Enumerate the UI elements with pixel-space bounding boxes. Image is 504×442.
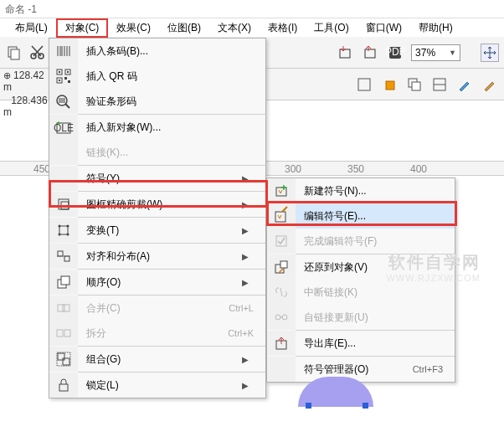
menu-item-15[interactable]: 顺序(O)▶	[49, 270, 265, 295]
qr-icon	[49, 64, 78, 89]
align-icon	[49, 244, 78, 269]
svg-rect-56	[57, 352, 70, 366]
svg-rect-28	[64, 77, 67, 80]
svg-rect-25	[59, 71, 60, 73]
menu-item-18: 拆分Ctrl+K	[49, 321, 265, 346]
menu-item-0[interactable]: 插入条码(B)...	[49, 39, 265, 64]
menu-tools[interactable]: 工具(O)	[306, 19, 357, 37]
pan-icon[interactable]	[481, 44, 499, 62]
symbol-item-label: 自链接更新(U)	[296, 311, 443, 325]
shape4-icon[interactable]	[430, 75, 449, 94]
svg-line-31	[65, 104, 69, 108]
svg-rect-46	[64, 256, 69, 261]
menu-object[interactable]: 对象(C)	[56, 18, 109, 38]
order-icon	[49, 270, 78, 295]
eyedrop2-icon[interactable]	[481, 75, 499, 94]
svg-rect-11	[386, 81, 394, 90]
merge-icon	[49, 296, 78, 321]
svg-point-44	[67, 234, 69, 236]
svg-rect-40	[59, 226, 68, 234]
shortcut: Ctrl+L	[229, 303, 254, 313]
menu-item-label: 验证条形码	[78, 95, 254, 109]
property-bar-left: ⊕ 128.42 m 128.436 m	[0, 69, 50, 119]
svg-rect-49	[61, 276, 69, 285]
new_symbol-icon	[267, 178, 296, 203]
coord-x: ⊕ 128.42 m	[0, 69, 50, 94]
submenu-arrow-icon: ▶	[242, 355, 254, 364]
barcode-icon	[49, 39, 78, 64]
menu-item-22[interactable]: 锁定(L)▶	[49, 373, 265, 398]
svg-text:OLE: OLE	[54, 122, 74, 134]
menu-item-20[interactable]: 组合(G)▶	[49, 347, 265, 372]
watermark-url: WWW.RJZXW.COM	[386, 273, 481, 283]
menu-effect[interactable]: 效果(C)	[108, 19, 159, 37]
svg-rect-27	[59, 80, 60, 81]
menu-text[interactable]: 文本(X)	[209, 19, 260, 37]
menu-bitmap[interactable]: 位图(B)	[159, 19, 209, 37]
submenu-arrow-icon: ▶	[242, 252, 254, 261]
submenu-arrow-icon: ▶	[242, 226, 254, 235]
shape1-icon[interactable]	[355, 75, 373, 94]
svg-point-43	[59, 234, 61, 236]
import-icon[interactable]	[336, 44, 354, 62]
svg-rect-54	[58, 353, 64, 360]
shortcut: Ctrl+F3	[413, 364, 443, 374]
export-icon[interactable]	[361, 44, 379, 62]
symbol-item-5: 中断链接(K)	[267, 280, 455, 305]
menu-item-label: 链接(K)...	[78, 146, 254, 160]
svg-rect-26	[67, 71, 69, 73]
revert-icon	[267, 254, 296, 280]
zoom-value: 37%	[415, 47, 435, 59]
menu-icon	[49, 140, 78, 165]
ole-icon: OLE	[49, 115, 78, 140]
svg-rect-1	[11, 49, 19, 59]
highlight-symbol-row	[49, 180, 268, 208]
svg-rect-53	[64, 330, 70, 337]
menu-item-label: 插入 QR 码	[78, 69, 254, 84]
menu-item-11[interactable]: 变换(T)▶	[49, 218, 265, 243]
object-dropdown: 插入条码(B)...插入 QR 码验证条形码OLE插入新对象(W)...链接(K…	[49, 38, 266, 398]
group-icon	[49, 347, 78, 372]
svg-rect-51	[63, 305, 69, 311]
svg-point-42	[67, 225, 69, 228]
coord-y: 128.436 m	[0, 94, 50, 119]
eyedrop1-icon[interactable]	[455, 75, 474, 94]
menu-item-label: 合并(C)	[78, 301, 229, 316]
svg-rect-57	[59, 384, 68, 391]
pdf-icon[interactable]: PDF	[386, 44, 404, 62]
done_symbol-icon	[267, 229, 296, 254]
menu-help[interactable]: 帮助(H)	[410, 19, 461, 37]
menu-layout[interactable]: 布局(L)	[7, 19, 56, 37]
symbol-item-0[interactable]: 新建符号(N)...	[267, 178, 455, 203]
symbol-item-label: 还原到对象(V)	[296, 260, 443, 275]
zoom-combo[interactable]: 37% ▼	[411, 44, 460, 61]
svg-rect-45	[58, 251, 63, 256]
symbol-item-10[interactable]: 符号管理器(O)Ctrl+F3	[267, 357, 455, 382]
menu-item-label: 顺序(O)	[78, 275, 242, 290]
symbol-item-6: 自链接更新(U)	[267, 305, 455, 330]
selection-handle[interactable]	[306, 403, 311, 409]
menu-item-4[interactable]: OLE插入新对象(W)...	[49, 115, 265, 140]
copy-icon[interactable]	[5, 44, 23, 62]
transform-icon	[49, 218, 78, 243]
symbol-item-label: 新建符号(N)...	[296, 184, 443, 198]
shape3-icon[interactable]	[405, 75, 424, 94]
menu-item-label: 拆分	[78, 326, 228, 341]
menu-item-2[interactable]: 验证条形码	[49, 89, 265, 114]
menu-icon	[267, 357, 296, 382]
symbol-item-8[interactable]: 导出库(E)...	[267, 331, 455, 356]
scissors-icon[interactable]	[28, 44, 47, 62]
split-icon	[49, 321, 78, 346]
shortcut: Ctrl+K	[228, 328, 254, 338]
menu-table[interactable]: 表格(I)	[260, 19, 306, 37]
selection-handle[interactable]	[363, 403, 368, 409]
svg-rect-7	[365, 49, 375, 58]
window-title: 命名 -1	[0, 0, 504, 18]
menu-item-1[interactable]: 插入 QR 码	[49, 64, 265, 89]
menu-item-13[interactable]: 对齐和分布(A)▶	[49, 244, 265, 269]
toolbar-left	[5, 44, 47, 62]
menu-window[interactable]: 窗口(W)	[357, 19, 410, 37]
svg-text:PDF: PDF	[385, 46, 405, 58]
svg-rect-55	[63, 358, 69, 365]
shape2-icon[interactable]	[380, 75, 399, 94]
